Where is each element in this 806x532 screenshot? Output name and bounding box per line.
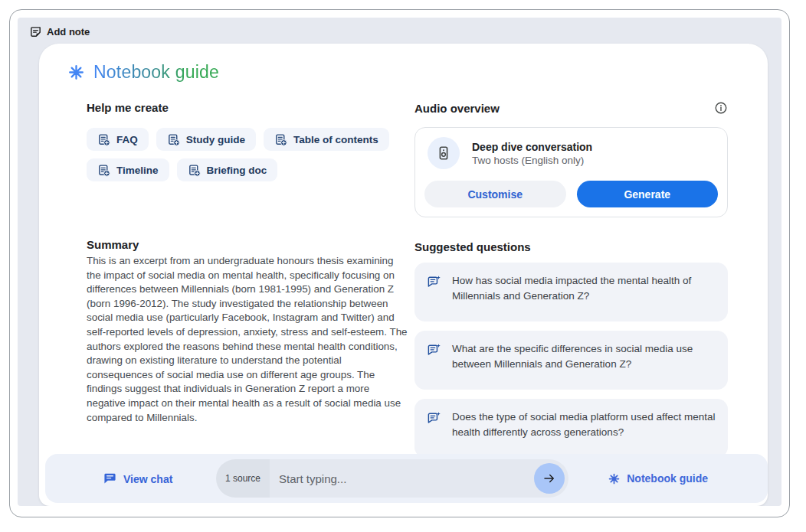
audio-overview-card: Deep dive conversation Two hosts (Englis… (414, 127, 728, 217)
asterisk-icon (608, 473, 620, 485)
arrow-right-icon (542, 472, 556, 485)
chip-label: Study guide (186, 134, 245, 145)
doc-add-icon (274, 133, 287, 146)
suggested-question-3[interactable]: Does the type of social media platform u… (414, 399, 728, 458)
audio-overview-heading: Audio overview (414, 102, 500, 115)
add-note-label: Add note (47, 26, 90, 38)
chat-sparkle-icon (427, 410, 441, 439)
page-title: Notebook guide (39, 44, 768, 83)
chip-label: Table of contents (293, 134, 378, 145)
chip-briefing-doc[interactable]: Briefing doc (177, 158, 278, 181)
send-button[interactable] (534, 463, 565, 494)
info-icon[interactable] (714, 101, 728, 115)
chip-study-guide[interactable]: Study guide (156, 128, 256, 151)
suggested-questions-heading: Suggested questions (414, 240, 728, 253)
summary-heading: Summary (87, 238, 407, 251)
notebook-guide-link-label: Notebook guide (627, 472, 708, 485)
chip-label: FAQ (116, 134, 138, 145)
page-title-text: Notebook guide (93, 62, 219, 83)
notebook-content-area: Add note Notebook guide Help me create (18, 18, 781, 506)
view-chat-label: View chat (123, 472, 172, 485)
chip-faq[interactable]: FAQ (87, 128, 149, 151)
doc-add-icon (167, 133, 180, 146)
chip-timeline[interactable]: Timeline (87, 158, 169, 181)
suggested-question-1[interactable]: How has social media impacted the mental… (414, 263, 728, 321)
doc-add-icon (97, 133, 110, 146)
help-chip-row: FAQ Study guide (87, 128, 407, 181)
chip-table-of-contents[interactable]: Table of contents (264, 128, 389, 151)
deep-dive-subtitle: Two hosts (English only) (472, 155, 592, 166)
chat-input[interactable] (279, 472, 509, 485)
deep-dive-title: Deep dive conversation (472, 141, 592, 153)
help-me-create-heading: Help me create (87, 101, 407, 114)
add-note-button[interactable]: Add note (29, 25, 90, 38)
question-text: Does the type of social media platform u… (452, 410, 716, 439)
chat-sparkle-icon (427, 341, 441, 371)
question-text: How has social media impacted the mental… (452, 273, 716, 303)
chat-input-area (270, 459, 568, 498)
notebook-guide-link[interactable]: Notebook guide (608, 472, 708, 485)
customise-button[interactable]: Customise (424, 181, 566, 207)
source-count-badge: 1 source (216, 459, 270, 498)
speaker-avatar (428, 137, 460, 169)
chat-input-bar: View chat 1 source (45, 454, 768, 503)
view-chat-button[interactable]: View chat (103, 472, 172, 485)
suggested-question-2[interactable]: What are the specific differences in soc… (414, 331, 728, 390)
doc-add-icon (188, 164, 201, 177)
note-add-icon (29, 25, 42, 38)
speaker-icon (435, 145, 452, 162)
notebook-guide-panel: Notebook guide Help me create (39, 44, 768, 506)
app-window: Add note Notebook guide Help me create (9, 9, 790, 517)
summary-text: This is an excerpt from an undergraduate… (87, 254, 408, 425)
asterisk-icon (68, 64, 84, 80)
generate-button[interactable]: Generate (577, 181, 719, 207)
chat-input-pill: 1 source (216, 459, 568, 498)
chip-label: Briefing doc (207, 165, 267, 176)
chip-label: Timeline (116, 165, 159, 176)
chat-sparkle-icon (427, 273, 441, 303)
chat-icon (103, 472, 116, 485)
doc-add-icon (97, 164, 110, 177)
question-text: What are the specific differences in soc… (452, 341, 716, 371)
